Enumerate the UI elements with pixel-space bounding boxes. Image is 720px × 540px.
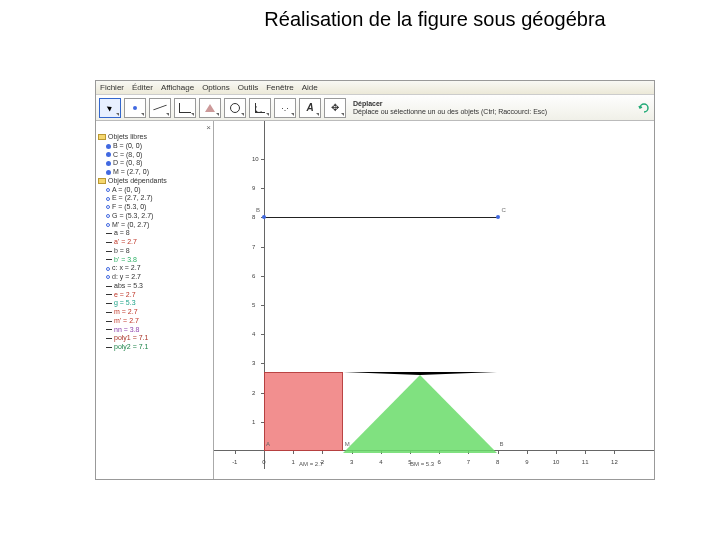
- close-icon[interactable]: ×: [206, 123, 211, 133]
- list-item[interactable]: E = (2.7, 2.7): [98, 194, 211, 203]
- list-item[interactable]: b = 8: [98, 247, 211, 256]
- segment-icon: [106, 251, 112, 252]
- y-tick-label: 3: [252, 360, 255, 366]
- tool-reflect[interactable]: ·.·: [274, 98, 296, 118]
- menubar: Fichier Éditer Affichage Options Outils …: [96, 81, 654, 95]
- tool-point[interactable]: [124, 98, 146, 118]
- folder-free-objects[interactable]: Objets libres: [98, 133, 211, 142]
- folder-dependent-objects[interactable]: Objets dépendants: [98, 177, 211, 186]
- segment-icon: [106, 329, 112, 330]
- x-tick-label: 0: [262, 459, 265, 465]
- segment-dc[interactable]: [264, 217, 498, 218]
- tool-polygon[interactable]: [199, 98, 221, 118]
- redo-button[interactable]: [637, 101, 651, 115]
- menu-options[interactable]: Options: [202, 83, 230, 92]
- list-item[interactable]: nn = 3.8: [98, 326, 211, 335]
- menu-view[interactable]: Affichage: [161, 83, 194, 92]
- angle-icon: [255, 103, 265, 113]
- tool-translate-view[interactable]: ✥: [324, 98, 346, 118]
- list-item[interactable]: abs = 5.3: [98, 282, 211, 291]
- folder-icon: [98, 178, 106, 184]
- segment-icon: [106, 294, 112, 295]
- menu-help[interactable]: Aide: [302, 83, 318, 92]
- list-item[interactable]: a = 8: [98, 229, 211, 238]
- list-item[interactable]: a' = 2.7: [98, 238, 211, 247]
- y-tick-label: 2: [252, 390, 255, 396]
- segment-icon: [106, 233, 112, 234]
- cursor-icon: [107, 104, 113, 111]
- line-icon: [153, 105, 166, 111]
- y-tick-label: 6: [252, 273, 255, 279]
- list-item[interactable]: C = (8, 0): [98, 151, 211, 160]
- tool-line[interactable]: [149, 98, 171, 118]
- point-label-a: A: [266, 441, 270, 447]
- menu-tools[interactable]: Outils: [238, 83, 258, 92]
- x-tick-label: 1: [292, 459, 295, 465]
- list-item[interactable]: e = 2.7: [98, 291, 211, 300]
- polygon-icon: [205, 104, 215, 112]
- list-item[interactable]: c: x = 2.7: [98, 264, 211, 273]
- tool-perpendicular[interactable]: [174, 98, 196, 118]
- graphics-view[interactable]: -10123456789101112 12345678910 B C A M B…: [214, 121, 654, 479]
- list-item[interactable]: F = (5.3, 0): [98, 203, 211, 212]
- list-item[interactable]: m' = 2.7: [98, 317, 211, 326]
- list-item[interactable]: d: y = 2.7: [98, 273, 211, 282]
- point-label-b2: B: [500, 441, 504, 447]
- list-item[interactable]: b' = 3.8: [98, 256, 211, 265]
- tool-text[interactable]: A: [299, 98, 321, 118]
- menu-window[interactable]: Fenêtre: [266, 83, 294, 92]
- measure-am: AM = 2.7: [299, 461, 323, 467]
- segment-icon: [106, 338, 112, 339]
- tool-move[interactable]: [99, 98, 121, 118]
- geogebra-window: Fichier Éditer Affichage Options Outils …: [95, 80, 655, 480]
- y-tick: [261, 305, 265, 306]
- x-tick-label: 6: [438, 459, 441, 465]
- point-icon: [106, 161, 111, 166]
- y-tick: [261, 334, 265, 335]
- list-item[interactable]: D = (0, 8): [98, 159, 211, 168]
- menu-file[interactable]: Fichier: [100, 83, 124, 92]
- text-icon: A: [306, 102, 313, 113]
- x-tick: [614, 450, 615, 454]
- x-tick-label: 3: [350, 459, 353, 465]
- list-item[interactable]: g = 5.3: [98, 299, 211, 308]
- point-label-m: M: [345, 441, 350, 447]
- y-tick-label: 4: [252, 331, 255, 337]
- menu-edit[interactable]: Éditer: [132, 83, 153, 92]
- list-item[interactable]: B = (0, 0): [98, 142, 211, 151]
- point-label-b: B: [256, 207, 260, 213]
- folder-label: Objets dépendants: [108, 177, 167, 186]
- list-item[interactable]: m = 2.7: [98, 308, 211, 317]
- point-icon: [106, 275, 110, 279]
- folder-icon: [98, 134, 106, 140]
- x-tick: [556, 450, 557, 454]
- reflect-icon: ·.·: [281, 103, 289, 113]
- segment-icon: [106, 312, 112, 313]
- y-tick: [261, 159, 265, 160]
- segment-icon: [106, 347, 112, 348]
- y-tick-label: 10: [252, 156, 259, 162]
- x-tick-label: 11: [582, 459, 589, 465]
- algebra-view[interactable]: × Objets libres B = (0, 0) C = (8, 0) D …: [96, 121, 214, 479]
- list-item[interactable]: G = (5.3, 2.7): [98, 212, 211, 221]
- tool-angle[interactable]: [249, 98, 271, 118]
- point-icon: [106, 197, 110, 201]
- point-icon: [106, 214, 110, 218]
- y-tick-label: 8: [252, 214, 255, 220]
- move-view-icon: ✥: [331, 102, 339, 113]
- poly2-triangle[interactable]: [343, 372, 497, 453]
- poly1-square[interactable]: [264, 372, 343, 451]
- segment-icon: [106, 303, 112, 304]
- list-item[interactable]: M' = (0, 2.7): [98, 221, 211, 230]
- list-item[interactable]: M = (2.7, 0): [98, 168, 211, 177]
- list-item[interactable]: A = (0, 0): [98, 186, 211, 195]
- tool-circle[interactable]: [224, 98, 246, 118]
- point-d[interactable]: [262, 215, 266, 219]
- point-icon: [106, 223, 110, 227]
- point-c[interactable]: [496, 215, 500, 219]
- algebra-header: ×: [98, 123, 211, 133]
- list-item[interactable]: poly2 = 7.1: [98, 343, 211, 352]
- y-tick: [261, 363, 265, 364]
- list-item[interactable]: poly1 = 7.1: [98, 334, 211, 343]
- x-tick-label: 9: [525, 459, 528, 465]
